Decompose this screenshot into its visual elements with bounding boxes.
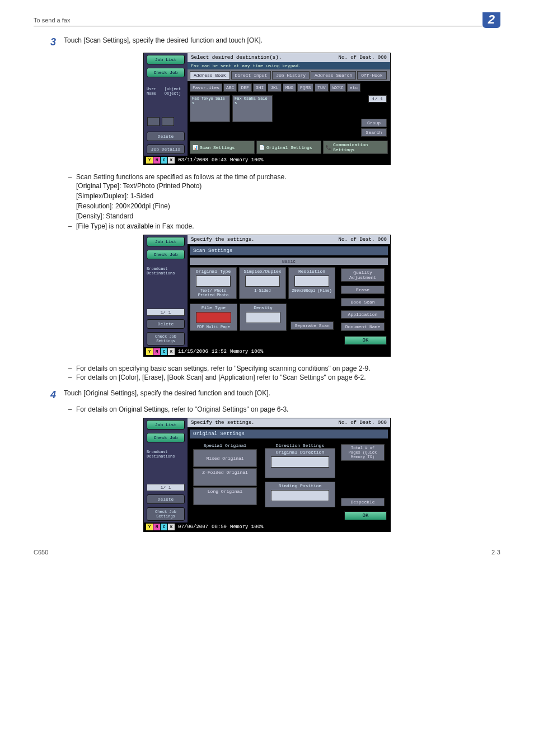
col-user: User Name: [147, 87, 159, 96]
page-icon: [245, 276, 280, 287]
check-job-settings-button[interactable]: Check Job Settings: [147, 507, 185, 521]
dest-count: No. of Dest. 000: [339, 420, 387, 426]
screen-title: Select desired destination(s).: [191, 55, 282, 60]
check-job-settings-button[interactable]: Check Job Settings: [147, 332, 185, 346]
note-original-settings-ref: For details on Original Settings, refer …: [76, 405, 500, 413]
ok-button[interactable]: OK: [344, 511, 387, 520]
density-icon: [246, 312, 281, 323]
long-original-button[interactable]: Long Original: [193, 487, 257, 505]
note-original-type: [Original Type]: Text/Photo (Printed Pho…: [76, 181, 500, 191]
search-button[interactable]: Search: [361, 128, 387, 137]
cell-simplex-duplex[interactable]: Simplex/Duplex1-Sided: [239, 267, 286, 299]
status-memory: Memory 100%: [230, 157, 263, 163]
grid-icon: [294, 276, 329, 287]
job-list-button[interactable]: Job List: [147, 237, 185, 246]
screenshot-scan-settings: Job List Check Job Broadcast Destination…: [143, 235, 391, 357]
step-number-3: 3: [34, 36, 64, 48]
screenshot-original-settings: Job List Check Job Broadcast Destination…: [143, 418, 391, 532]
sidebar-pager: 1/ 1: [147, 309, 185, 316]
comm-settings-button[interactable]: 📞Communication Settings: [323, 141, 388, 154]
delete-button[interactable]: Delete: [147, 132, 185, 141]
delete-button[interactable]: Delete: [147, 319, 185, 329]
pager: 1/ 1: [368, 95, 387, 102]
running-head: To send a fax: [34, 17, 500, 24]
tab-job-history[interactable]: Job History: [272, 71, 310, 80]
check-job-button[interactable]: Check Job: [147, 433, 185, 442]
original-settings-button[interactable]: 📄Original Settings: [256, 141, 321, 154]
key-wxyz[interactable]: WXYZ: [330, 83, 346, 92]
dest-card-osaka[interactable]: Fax Osaka Sale s: [232, 95, 273, 122]
key-ghi[interactable]: GHI: [253, 83, 266, 92]
rule: [34, 26, 500, 26]
toner-indicator: YMCK: [146, 157, 175, 164]
down-button[interactable]: [162, 117, 174, 126]
cell-original-type[interactable]: Original TypeText/ Photo Printed Photo: [190, 267, 237, 299]
despeckle-button[interactable]: Despeckle: [341, 498, 385, 506]
status-time: 08:59: [212, 524, 227, 530]
screenshot-fax-destination: Job List Check Job User Name [object Obj…: [143, 53, 391, 165]
footer-page: 2-3: [491, 549, 500, 556]
direction-icon: [271, 456, 329, 468]
screen-title: Specify the settings.: [191, 237, 254, 242]
mixed-original-button[interactable]: Mixed Original: [193, 449, 257, 467]
dest-count: No. of Dest. 000: [339, 237, 387, 242]
separate-scan-button[interactable]: Separate Scan: [291, 321, 333, 330]
job-list-button[interactable]: Job List: [147, 55, 185, 64]
status-memory: Memory 100%: [230, 524, 263, 530]
job-list-button[interactable]: Job List: [147, 420, 185, 430]
application-button[interactable]: Application: [341, 310, 385, 319]
original-direction-button[interactable]: Original Direction: [265, 448, 335, 478]
book-scan-button[interactable]: Book Scan: [341, 298, 385, 306]
cell-resolution[interactable]: Resolution200x200dpi (Fine): [288, 267, 335, 299]
key-jkl[interactable]: JKL: [268, 83, 281, 92]
footer-model: C650: [34, 549, 48, 556]
note-density: [Density]: Standard: [76, 211, 500, 221]
key-abc[interactable]: ABC: [223, 83, 237, 92]
key-def[interactable]: DEF: [238, 83, 251, 92]
cell-density[interactable]: Density: [240, 304, 287, 331]
note-basic-scan: For details on specifying basic scan set…: [76, 365, 500, 372]
key-tuv[interactable]: TUV: [315, 83, 328, 92]
document-name-button[interactable]: Document Name: [341, 323, 385, 331]
step-text-4: Touch [Original Settings], specify the d…: [64, 389, 500, 401]
check-job-button[interactable]: Check Job: [147, 250, 185, 259]
ok-button[interactable]: OK: [344, 336, 387, 345]
basic-header: Basic: [190, 258, 388, 265]
special-original-label: Special Original: [190, 443, 260, 448]
cell-file-type[interactable]: File TypePDF Multi Page: [190, 304, 237, 331]
tab-off-hook[interactable]: Off-Hook: [357, 71, 386, 80]
tab-address-search[interactable]: Address Search: [311, 71, 356, 80]
key-etc[interactable]: etc: [347, 83, 360, 92]
tab-direct-input[interactable]: Direct Input: [231, 71, 271, 80]
broadcast-label: Broadcast Destinations: [144, 267, 188, 276]
step-number-4: 4: [34, 389, 64, 401]
erase-button[interactable]: Erase: [341, 286, 385, 294]
panel-name: Scan Settings: [190, 246, 388, 255]
binding-position-button[interactable]: Binding Position: [265, 482, 335, 507]
tab-address-book[interactable]: Address Book: [190, 71, 230, 80]
group-button[interactable]: Group: [361, 119, 387, 127]
status-date: 11/15/2006: [178, 349, 208, 354]
hint-bar: Fax can be sent at any time using keypad…: [188, 62, 390, 69]
key-pqrs[interactable]: PQRS: [297, 83, 313, 92]
status-time: 00:43: [212, 157, 227, 163]
key-favorites[interactable]: Favor-ites: [190, 83, 222, 92]
note-simplex: [Simplex/Duplex]: 1-Sided: [76, 191, 500, 201]
direction-settings-label: Direction Settings: [265, 443, 335, 448]
up-button[interactable]: [147, 117, 160, 126]
dest-card-tokyo[interactable]: Fax Tokyo Sale s: [190, 95, 230, 122]
scan-settings-button[interactable]: 📊Scan Settings: [190, 141, 255, 154]
job-details-button[interactable]: Job Details: [147, 144, 185, 154]
quality-adjustment-button[interactable]: Quality Adjustment: [341, 268, 385, 282]
zfolded-button[interactable]: Z-Folded Original: [193, 468, 257, 486]
note-lead: Scan Setting functions are specified as …: [76, 173, 500, 181]
delete-button[interactable]: Delete: [147, 494, 185, 504]
check-job-button[interactable]: Check Job: [147, 68, 185, 77]
col-status: [object Object]: [165, 87, 185, 96]
status-date: 07/06/2007: [178, 524, 208, 530]
total-pages-button[interactable]: Total # of Pages (Quick Memory TX): [341, 444, 385, 461]
broadcast-label: Broadcast Destinations: [144, 450, 188, 459]
step-text-3: Touch [Scan Settings], specify the desir…: [64, 36, 500, 48]
panel-name: Original Settings: [190, 430, 388, 438]
key-mno[interactable]: MNO: [283, 83, 296, 92]
